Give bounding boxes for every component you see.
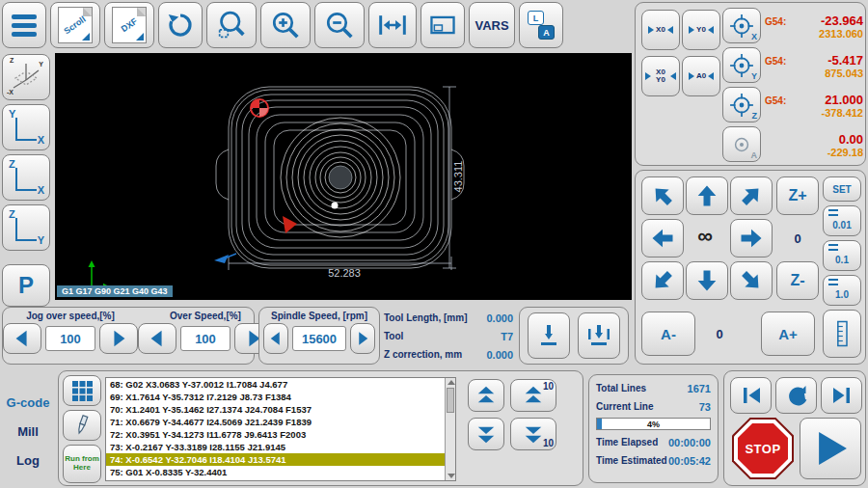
over-speed-decrease-button[interactable] — [138, 323, 176, 354]
jog-z-plus-button[interactable]: Z+ — [776, 176, 819, 215]
arrow-left-icon — [649, 225, 676, 252]
zero-x-button[interactable]: X0 — [641, 10, 680, 50]
key-a-icon: A — [538, 25, 555, 40]
tab-log[interactable]: Log — [0, 453, 56, 468]
axis-target-a-button[interactable]: A — [722, 126, 761, 162]
start-button[interactable] — [800, 418, 861, 479]
jog-continuous-mode[interactable]: ∞ — [684, 217, 726, 256]
scroll-down-button[interactable] — [468, 418, 504, 450]
run-from-here-button[interactable]: Run from Here — [63, 445, 101, 483]
jog-down-right-button[interactable] — [730, 261, 773, 300]
a-plus-label: A+ — [778, 326, 798, 342]
coord-row-z: Z G54: 21.000 -378.412 — [722, 87, 863, 123]
load-program-button[interactable]: Scroll — [50, 2, 100, 48]
scrollbar-up-icon[interactable] — [448, 380, 455, 385]
gcode-line[interactable]: 71: X0.6679 Y-34.4677 I24.5069 J21.2439 … — [106, 416, 455, 428]
zoom-window-button[interactable] — [206, 2, 257, 48]
over-speed-value[interactable]: 100 — [180, 326, 231, 351]
import-dxf-button[interactable]: DXF — [104, 2, 154, 48]
progress-bar: 4% — [596, 418, 711, 430]
gcode-scrollbar-thumb[interactable] — [447, 388, 454, 413]
go-to-start-button[interactable] — [730, 377, 772, 414]
step-forward-button[interactable] — [821, 377, 862, 414]
grid-view-button[interactable] — [63, 375, 101, 406]
view-plane-zx-button[interactable]: Z X — [2, 154, 50, 201]
jog-scale-button[interactable] — [823, 310, 861, 358]
jog-down-left-button[interactable] — [641, 261, 684, 300]
zero-a-button[interactable]: A0 — [682, 56, 720, 96]
scrollbar-down-icon[interactable] — [448, 474, 455, 478]
a-step-display: 0 — [697, 312, 742, 356]
jog-speed-decrease-button[interactable] — [3, 323, 41, 354]
spindle-speed-increase-button[interactable] — [350, 323, 375, 354]
jog-speed-increase-button[interactable] — [99, 323, 138, 354]
fit-width-button[interactable] — [368, 2, 417, 48]
jog-step-10-button[interactable]: 1.0 — [823, 275, 861, 306]
gcode-line[interactable]: 70: X1.2401 Y-35.1462 I27.1374 J24.7084 … — [106, 403, 455, 416]
rewind-line-button[interactable] — [775, 377, 817, 414]
gcode-line[interactable]: 74: X-0.6542 Y-32.7046 I18.4104 J13.5741 — [106, 453, 455, 466]
jog-up-left-button[interactable] — [641, 176, 684, 215]
zero-y-button[interactable]: Y0 — [682, 10, 720, 50]
axis-target-y-button[interactable]: Y — [722, 47, 761, 83]
coord-values-z: G54: 21.000 -378.412 — [765, 87, 863, 123]
toolpath-viewport[interactable]: 52.283 43.311 G1 G17 G90 G21 G40 G43 — [55, 53, 632, 300]
scroll-down-10-button[interactable]: 10 — [510, 418, 556, 450]
view-plane-zy-button[interactable]: Z Y — [2, 204, 50, 251]
zero-xy-button[interactable]: X0 Y0 — [641, 56, 680, 96]
jog-step-001-button[interactable]: 0.01 — [823, 205, 861, 236]
tool-list-button[interactable] — [63, 410, 101, 441]
rotate-icon — [166, 11, 195, 40]
tool-length-measure-button[interactable] — [528, 312, 570, 359]
right-triangle-icon — [354, 330, 371, 347]
tab-gcode[interactable]: G-code — [0, 395, 56, 410]
jog-up-right-button[interactable] — [730, 176, 773, 215]
keyboard-button[interactable]: L A — [519, 2, 563, 48]
jog-z-minus-button[interactable]: Z- — [776, 261, 819, 300]
tab-mill[interactable]: Mill — [0, 424, 56, 439]
menu-icon — [12, 14, 37, 37]
plane-v-label: Z — [9, 158, 15, 170]
right-triangle-icon — [108, 328, 129, 349]
p-button[interactable]: P — [2, 264, 50, 307]
tool-change-measure-button[interactable] — [578, 312, 620, 359]
gcode-line[interactable]: 75: G01 X-0.8335 Y-32.4401 — [106, 466, 455, 478]
jog-a-plus-button[interactable]: A+ — [761, 312, 815, 356]
gcode-line[interactable]: 69: X1.7614 Y-35.7312 I7.2129 J8.73 F138… — [106, 391, 455, 403]
jog-speed-value[interactable]: 100 — [45, 326, 95, 351]
time-estimated-value: 00:05:42 — [668, 455, 711, 467]
gcode-line[interactable]: 73: X-0.2167 Y-33.3189 I28.1155 J21.9145 — [106, 441, 455, 453]
view-3d-button[interactable]: Z Y -X — [2, 54, 50, 100]
machine-coordinate: -229.18 — [765, 147, 863, 158]
spindle-speed-value[interactable]: 15600 — [292, 326, 346, 351]
jog-up-button[interactable] — [686, 176, 728, 215]
scroll-up-button[interactable] — [468, 379, 504, 412]
spindle-speed-decrease-button[interactable] — [263, 323, 288, 354]
double-chevron-down-icon — [523, 423, 544, 445]
jog-step-01-button[interactable]: 0.1 — [823, 240, 861, 271]
zoom-out-button[interactable] — [314, 2, 365, 48]
gcode-line[interactable]: 72: X0.3951 Y-34.1273 I11.6778 J9.6413 F… — [106, 428, 455, 441]
jog-left-button[interactable] — [641, 219, 684, 258]
jog-set-button[interactable]: SET — [823, 176, 861, 202]
fullscreen-button[interactable] — [420, 2, 465, 48]
axis-target-z-button[interactable]: Z — [722, 87, 761, 122]
vars-button[interactable]: VARS — [469, 2, 515, 48]
current-line-value: 73 — [699, 401, 711, 413]
wcs-label: G54: — [765, 56, 786, 67]
gcode-line[interactable]: 68: G02 X3.0683 Y-37.0012 I1.7084 J4.677 — [106, 378, 455, 391]
gcode-list[interactable]: 68: G02 X3.0683 Y-37.0012 I1.7084 J4.677… — [105, 377, 456, 481]
zoom-in-button[interactable] — [260, 2, 311, 48]
axis-target-x-button[interactable]: X — [722, 8, 761, 43]
menu-button[interactable] — [2, 2, 46, 48]
gcode-scrollbar[interactable] — [445, 378, 455, 480]
rotate-view-button[interactable] — [158, 2, 203, 48]
jump-count-label: 10 — [543, 438, 554, 448]
stop-button[interactable]: STOP — [732, 418, 794, 479]
view-plane-yx-button[interactable]: Y X — [2, 104, 50, 150]
jog-down-button[interactable] — [686, 261, 728, 300]
axis-letter: X — [751, 32, 757, 41]
jog-a-minus-button[interactable]: A- — [641, 312, 695, 356]
jog-right-button[interactable] — [730, 219, 773, 258]
scroll-up-10-button[interactable]: 10 — [510, 379, 556, 412]
